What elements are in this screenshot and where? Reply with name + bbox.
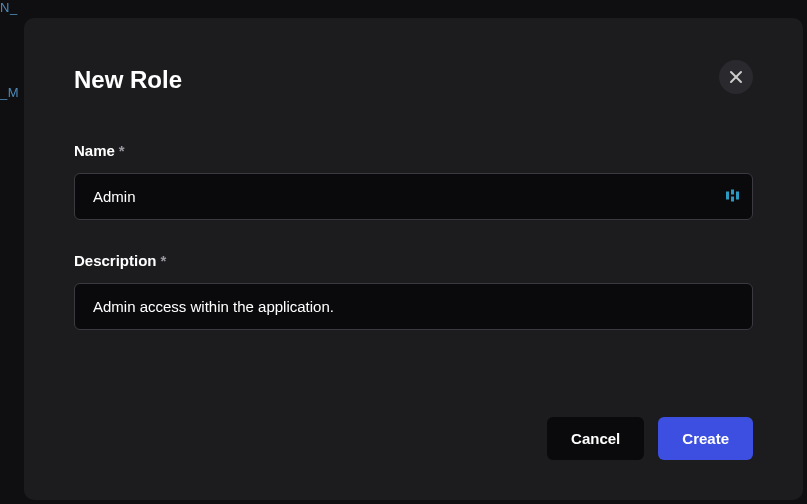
- svg-rect-2: [726, 191, 729, 199]
- modal-footer: Cancel Create: [74, 393, 753, 460]
- description-field: Description*: [74, 252, 753, 330]
- new-role-modal: New Role Name* Descripti: [24, 18, 803, 500]
- required-marker: *: [161, 252, 167, 269]
- svg-rect-3: [731, 189, 734, 194]
- description-input[interactable]: [74, 283, 753, 330]
- name-label: Name*: [74, 142, 753, 159]
- background-code-fragment: _M: [0, 85, 19, 100]
- modal-header: New Role: [74, 66, 753, 94]
- svg-rect-5: [736, 191, 739, 199]
- name-input[interactable]: [74, 173, 753, 220]
- name-label-text: Name: [74, 142, 115, 159]
- background-code-fragment: N_: [0, 0, 18, 15]
- description-label-text: Description: [74, 252, 157, 269]
- cancel-button[interactable]: Cancel: [547, 417, 644, 460]
- description-input-wrap: [74, 283, 753, 330]
- create-button[interactable]: Create: [658, 417, 753, 460]
- description-label: Description*: [74, 252, 753, 269]
- modal-title: New Role: [74, 66, 182, 94]
- svg-rect-4: [731, 196, 734, 201]
- required-marker: *: [119, 142, 125, 159]
- name-field: Name*: [74, 142, 753, 220]
- close-icon: [729, 70, 743, 84]
- name-input-wrap: [74, 173, 753, 220]
- close-button[interactable]: [719, 60, 753, 94]
- password-manager-icon[interactable]: [725, 188, 739, 205]
